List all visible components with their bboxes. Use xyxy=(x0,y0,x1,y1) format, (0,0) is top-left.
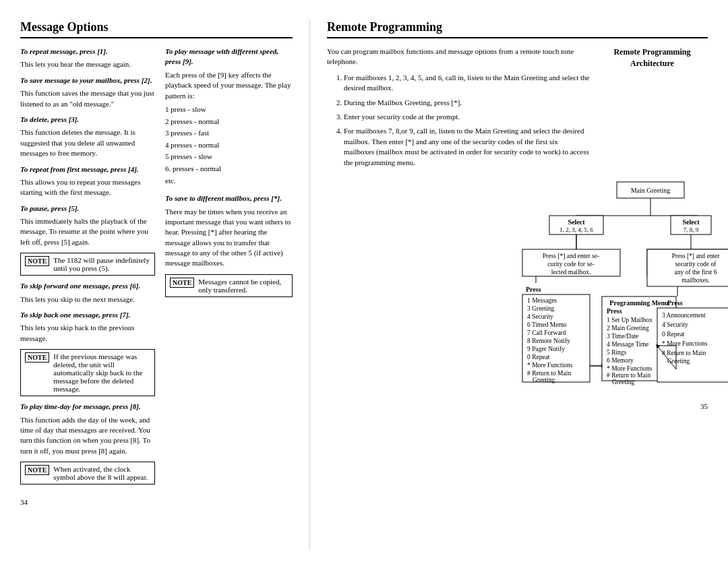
prog-1: 1 Set Up Mailbox xyxy=(607,317,653,323)
prog-menu-title: Programming Menu xyxy=(609,299,669,307)
body-playtime: This function adds the day of the week, … xyxy=(20,415,155,457)
select-box1-line1: Select xyxy=(568,218,586,226)
steps-list: For mailboxes 1, 2, 3, 4, 5, and 6, call… xyxy=(334,73,590,168)
right-top-section: You can program mailbox functions and me… xyxy=(327,46,708,172)
note4-label: NOTE xyxy=(170,278,194,288)
right-main-text: You can program mailbox functions and me… xyxy=(327,46,590,172)
note1-box: NOTE The 1182 will pause indefinitely un… xyxy=(20,253,155,276)
step-1: For mailboxes 1, 2, 3, 4, 5, and 6, call… xyxy=(344,73,590,94)
press-security-3: lected mailbox. xyxy=(551,269,591,276)
select-box2-line2: 7, 8, 9 xyxy=(684,226,699,233)
heading-speed: To play message with different speed, pr… xyxy=(165,47,278,65)
speed-item-0: 1 press - slow xyxy=(165,104,293,116)
section-save: To save message to your mailbox, press [… xyxy=(20,75,155,109)
body-skip-fwd: This lets you skip to the next message. xyxy=(20,294,155,305)
press-hash-2: Greeting xyxy=(533,377,555,383)
press-3: 3 Greeting xyxy=(527,305,555,312)
note2-label: NOTE xyxy=(25,352,49,363)
sec-code-4b: mailboxes. xyxy=(681,277,709,284)
speed-item-4: 5 presses - slow xyxy=(165,151,293,163)
section-transfer: To save to different mailbox, press [*].… xyxy=(165,193,293,269)
body-pause: This immediately halts the playback of t… xyxy=(20,216,155,247)
press-1: 1 Messages xyxy=(527,297,557,304)
press-security-2: curity code for se- xyxy=(547,261,594,268)
architecture-diagram: Main Greeting Select 1, 2, 3, 4, 5, 6 Se… xyxy=(327,179,711,387)
section-repeat-first: To repeat from first message, press [4].… xyxy=(20,164,155,198)
note4-box: NOTE Messages cannot be copied, only tra… xyxy=(165,274,293,297)
prog-6: 6 Memory xyxy=(607,357,634,364)
press-9: 9 Pager Notify xyxy=(527,346,565,352)
sec-0: 0 Repeat xyxy=(662,331,685,338)
note1-label: NOTE xyxy=(25,256,49,266)
speed-list: 1 press - slow 2 presses - normal 3 pres… xyxy=(165,104,293,187)
left-page-num: 34 xyxy=(20,498,155,506)
sec-4: 4 Security xyxy=(662,321,688,328)
main-greeting-label: Main Greeting xyxy=(631,187,671,194)
prog-star: * More Functions xyxy=(607,365,653,372)
note3-text: When activated, the clock symbol above t… xyxy=(53,465,150,481)
press-star: * More Functions xyxy=(527,362,573,369)
speed-item-5: 6. presses - normal xyxy=(165,163,293,175)
sec-code-2b: security code of xyxy=(675,261,717,268)
left-column: To repeat message, press [1]. This lets … xyxy=(20,46,155,506)
right-intro: You can program mailbox functions and me… xyxy=(327,46,590,67)
step-2: During the Mailbox Greeting, press [*]. xyxy=(344,98,590,108)
heading-transfer: To save to different mailbox, press [*]. xyxy=(165,194,282,202)
step-4: For mailboxes 7, 8,or 9, call in, listen… xyxy=(344,126,590,168)
heading-repeat: To repeat message, press [1]. xyxy=(20,47,108,55)
press-6: 6 Timed Memo xyxy=(527,321,567,328)
body-repeat-first: This allows you to repeat your messages … xyxy=(20,177,155,198)
heading-save: To save message to your mailbox, press [… xyxy=(20,76,152,84)
section-skip-fwd: To skip forward one message, press [6]. … xyxy=(20,281,155,305)
select-box1-line2: 1, 2, 3, 4, 5, 6 xyxy=(559,226,593,233)
prog-hash: # Return to Main xyxy=(607,372,650,379)
speed-item-3: 4 presses - normal xyxy=(165,139,293,152)
arch-title: Remote Programming Architecture xyxy=(597,46,708,69)
prog-hash-2: Greeting xyxy=(612,379,634,385)
right-page: Remote Programming You can program mailb… xyxy=(310,20,708,551)
sec-hash: # Return to Main xyxy=(662,350,706,356)
right-section-title: Remote Programming xyxy=(327,20,708,38)
note2-text: If the previous message was deleted, the… xyxy=(53,352,150,393)
section-speed: To play message with different speed, pr… xyxy=(165,46,293,187)
section-pause: To pause, press [5]. This immediately ha… xyxy=(20,203,155,248)
note3-label: NOTE xyxy=(25,465,49,475)
speed-item-1: 2 presses - normal xyxy=(165,116,293,128)
speed-item-6: etc. xyxy=(165,175,293,187)
body-repeat: This lets you hear the message again. xyxy=(20,59,155,69)
note4-text: Messages cannot be copied, only transfer… xyxy=(198,278,288,294)
heading-delete: To delete, press [3]. xyxy=(20,115,79,123)
speed-item-2: 3 presses - fast xyxy=(165,127,293,139)
heading-skip-back: To skip back one message, press [7]. xyxy=(20,311,130,319)
body-delete: This function deletes the message. It is… xyxy=(20,127,155,158)
body-speed: Each press of the [9] key affects the pl… xyxy=(165,70,293,101)
press-hash: # Return to Main xyxy=(527,370,571,377)
right-column: To play message with different speed, pr… xyxy=(165,46,293,506)
section-repeat: To repeat message, press [1]. This lets … xyxy=(20,46,155,70)
body-transfer: There may be times when you receive an i… xyxy=(165,207,293,269)
right-page-num: 35 xyxy=(327,402,708,410)
press-4: 4 Security xyxy=(527,313,553,320)
prog-4: 4 Message Time xyxy=(607,341,648,348)
prog-3: 3 Time/Date xyxy=(607,333,638,340)
note1-text: The 1182 will pause indefinitely until y… xyxy=(53,256,150,272)
heading-pause: To pause, press [5]. xyxy=(20,204,79,212)
prog-press-label: Press xyxy=(607,307,622,315)
select-box2-line1: Select xyxy=(683,218,700,226)
left-page: Message Options To repeat message, press… xyxy=(20,20,310,551)
prog-2: 2 Main Greeting xyxy=(607,325,649,332)
step-3: Enter your security code at the prompt. xyxy=(344,112,590,122)
note3-box: NOTE When activated, the clock symbol ab… xyxy=(20,462,155,484)
section-playtime: To play time-day for message, press [8].… xyxy=(20,402,155,456)
body-skip-back: This lets you skip back to the previous … xyxy=(20,323,155,344)
sec-code-1b: Press [*] and enter xyxy=(672,253,721,259)
sec-code-3b: any of the first 6 xyxy=(675,269,717,276)
press-0: 0 Repeat xyxy=(527,354,550,361)
press-label-main: Press xyxy=(526,286,541,293)
prog-5: 5 Rings xyxy=(607,349,627,356)
left-section-title: Message Options xyxy=(20,20,293,38)
sec-press-label: Press xyxy=(667,299,683,307)
diagram-area: Main Greeting Select 1, 2, 3, 4, 5, 6 Se… xyxy=(327,179,708,389)
heading-repeat-first: To repeat from first message, press [4]. xyxy=(20,165,139,173)
sec-hash-2: Greeting xyxy=(667,358,690,365)
